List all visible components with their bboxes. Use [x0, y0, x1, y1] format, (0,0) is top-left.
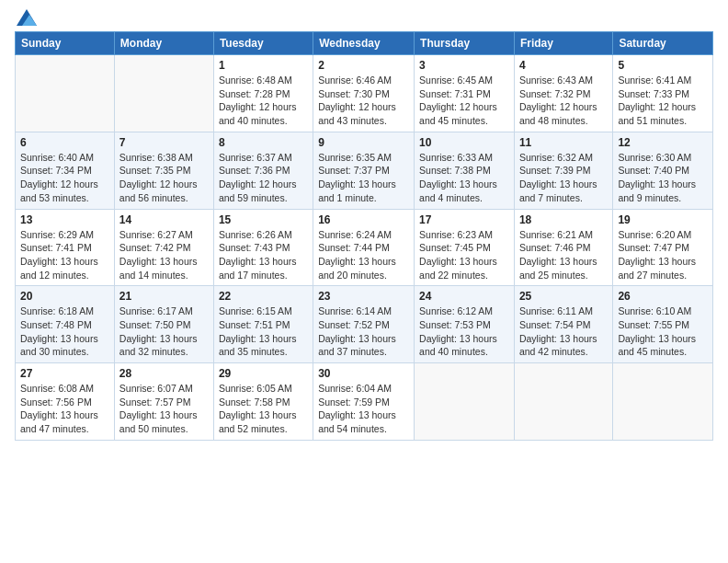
day-info: Sunrise: 6:24 AMSunset: 7:44 PMDaylight:…: [318, 228, 409, 282]
calendar-cell: 15Sunrise: 6:26 AMSunset: 7:43 PMDayligh…: [213, 209, 313, 286]
day-number: 26: [618, 290, 708, 303]
day-info: Sunrise: 6:29 AMSunset: 7:41 PMDaylight:…: [20, 228, 109, 282]
day-number: 27: [20, 367, 109, 380]
calendar-cell: 19Sunrise: 6:20 AMSunset: 7:47 PMDayligh…: [613, 209, 713, 286]
day-number: 8: [219, 136, 308, 149]
calendar-cell: 7Sunrise: 6:38 AMSunset: 7:35 PMDaylight…: [114, 132, 213, 209]
header-monday: Monday: [114, 32, 213, 55]
calendar-cell: 8Sunrise: 6:37 AMSunset: 7:36 PMDaylight…: [213, 132, 313, 209]
week-row-5: 27Sunrise: 6:08 AMSunset: 7:56 PMDayligh…: [16, 363, 713, 441]
day-number: 20: [20, 290, 109, 303]
day-number: 17: [419, 213, 509, 226]
day-info: Sunrise: 6:18 AMSunset: 7:48 PMDaylight:…: [20, 304, 109, 359]
calendar-cell: 29Sunrise: 6:05 AMSunset: 7:58 PMDayligh…: [213, 363, 313, 441]
calendar-cell: [415, 363, 515, 441]
calendar-cell: 30Sunrise: 6:04 AMSunset: 7:59 PMDayligh…: [313, 363, 415, 441]
calendar-cell: 10Sunrise: 6:33 AMSunset: 7:38 PMDayligh…: [415, 132, 515, 209]
calendar-cell: [514, 363, 612, 441]
calendar-cell: 27Sunrise: 6:08 AMSunset: 7:56 PMDayligh…: [16, 363, 115, 441]
day-info: Sunrise: 6:40 AMSunset: 7:34 PMDaylight:…: [20, 151, 109, 205]
header-thursday: Thursday: [415, 32, 515, 55]
day-info: Sunrise: 6:26 AMSunset: 7:43 PMDaylight:…: [219, 228, 308, 282]
day-info: Sunrise: 6:27 AMSunset: 7:42 PMDaylight:…: [119, 228, 209, 282]
day-info: Sunrise: 6:33 AMSunset: 7:38 PMDaylight:…: [419, 151, 509, 205]
logo-icon: [17, 9, 37, 26]
calendar-cell: 22Sunrise: 6:15 AMSunset: 7:51 PMDayligh…: [213, 286, 313, 363]
day-info: Sunrise: 6:43 AMSunset: 7:32 PMDaylight:…: [519, 74, 608, 128]
week-row-3: 13Sunrise: 6:29 AMSunset: 7:41 PMDayligh…: [16, 209, 713, 286]
day-number: 25: [519, 290, 608, 303]
week-row-1: 1Sunrise: 6:48 AMSunset: 7:28 PMDaylight…: [16, 55, 713, 132]
calendar-cell: 4Sunrise: 6:43 AMSunset: 7:32 PMDaylight…: [514, 55, 612, 132]
week-row-2: 6Sunrise: 6:40 AMSunset: 7:34 PMDaylight…: [16, 132, 713, 209]
calendar-cell: 2Sunrise: 6:46 AMSunset: 7:30 PMDaylight…: [313, 55, 415, 132]
day-info: Sunrise: 6:48 AMSunset: 7:28 PMDaylight:…: [219, 74, 308, 128]
day-number: 1: [219, 59, 308, 72]
day-number: 23: [318, 290, 409, 303]
day-number: 22: [219, 290, 308, 303]
header: [15, 9, 713, 26]
calendar-cell: 3Sunrise: 6:45 AMSunset: 7:31 PMDaylight…: [415, 55, 515, 132]
day-number: 21: [119, 290, 209, 303]
day-number: 13: [20, 213, 109, 226]
header-tuesday: Tuesday: [213, 32, 313, 55]
day-info: Sunrise: 6:46 AMSunset: 7:30 PMDaylight:…: [318, 74, 409, 128]
week-row-4: 20Sunrise: 6:18 AMSunset: 7:48 PMDayligh…: [16, 286, 713, 363]
day-info: Sunrise: 6:14 AMSunset: 7:52 PMDaylight:…: [318, 304, 409, 359]
day-info: Sunrise: 6:04 AMSunset: 7:59 PMDaylight:…: [318, 382, 409, 436]
day-number: 30: [318, 367, 409, 380]
day-info: Sunrise: 6:05 AMSunset: 7:58 PMDaylight:…: [219, 382, 308, 436]
calendar-cell: 20Sunrise: 6:18 AMSunset: 7:48 PMDayligh…: [16, 286, 115, 363]
day-number: 6: [20, 136, 109, 149]
calendar-cell: 6Sunrise: 6:40 AMSunset: 7:34 PMDaylight…: [16, 132, 115, 209]
day-info: Sunrise: 6:23 AMSunset: 7:45 PMDaylight:…: [419, 228, 509, 282]
header-friday: Friday: [514, 32, 612, 55]
calendar-cell: 13Sunrise: 6:29 AMSunset: 7:41 PMDayligh…: [16, 209, 115, 286]
page: SundayMondayTuesdayWednesdayThursdayFrid…: [0, 0, 728, 450]
calendar-cell: 24Sunrise: 6:12 AMSunset: 7:53 PMDayligh…: [415, 286, 515, 363]
header-saturday: Saturday: [613, 32, 713, 55]
calendar-cell: 5Sunrise: 6:41 AMSunset: 7:33 PMDaylight…: [613, 55, 713, 132]
calendar-cell: 25Sunrise: 6:11 AMSunset: 7:54 PMDayligh…: [514, 286, 612, 363]
day-info: Sunrise: 6:41 AMSunset: 7:33 PMDaylight:…: [618, 74, 708, 128]
day-number: 11: [519, 136, 608, 149]
calendar-cell: 14Sunrise: 6:27 AMSunset: 7:42 PMDayligh…: [114, 209, 213, 286]
day-number: 19: [618, 213, 708, 226]
calendar-cell: 12Sunrise: 6:30 AMSunset: 7:40 PMDayligh…: [613, 132, 713, 209]
day-info: Sunrise: 6:12 AMSunset: 7:53 PMDaylight:…: [419, 304, 509, 359]
day-info: Sunrise: 6:10 AMSunset: 7:55 PMDaylight:…: [618, 304, 708, 359]
calendar-cell: 16Sunrise: 6:24 AMSunset: 7:44 PMDayligh…: [313, 209, 415, 286]
calendar-cell: 18Sunrise: 6:21 AMSunset: 7:46 PMDayligh…: [514, 209, 612, 286]
day-number: 28: [119, 367, 209, 380]
day-number: 3: [419, 59, 509, 72]
day-info: Sunrise: 6:21 AMSunset: 7:46 PMDaylight:…: [519, 228, 608, 282]
day-number: 18: [519, 213, 608, 226]
day-info: Sunrise: 6:37 AMSunset: 7:36 PMDaylight:…: [219, 151, 308, 205]
day-number: 7: [119, 136, 209, 149]
header-wednesday: Wednesday: [313, 32, 415, 55]
day-info: Sunrise: 6:30 AMSunset: 7:40 PMDaylight:…: [618, 151, 708, 205]
day-number: 15: [219, 213, 308, 226]
calendar-cell: 21Sunrise: 6:17 AMSunset: 7:50 PMDayligh…: [114, 286, 213, 363]
day-info: Sunrise: 6:38 AMSunset: 7:35 PMDaylight:…: [119, 151, 209, 205]
day-number: 4: [519, 59, 608, 72]
logo: [15, 9, 37, 26]
day-number: 29: [219, 367, 308, 380]
calendar-cell: [114, 55, 213, 132]
day-number: 16: [318, 213, 409, 226]
day-number: 10: [419, 136, 509, 149]
day-number: 24: [419, 290, 509, 303]
header-sunday: Sunday: [16, 32, 115, 55]
day-info: Sunrise: 6:17 AMSunset: 7:50 PMDaylight:…: [119, 304, 209, 359]
calendar-cell: [16, 55, 115, 132]
calendar-cell: 1Sunrise: 6:48 AMSunset: 7:28 PMDaylight…: [213, 55, 313, 132]
day-info: Sunrise: 6:08 AMSunset: 7:56 PMDaylight:…: [20, 382, 109, 436]
day-info: Sunrise: 6:35 AMSunset: 7:37 PMDaylight:…: [318, 151, 409, 205]
day-info: Sunrise: 6:15 AMSunset: 7:51 PMDaylight:…: [219, 304, 308, 359]
day-number: 2: [318, 59, 409, 72]
day-number: 12: [618, 136, 708, 149]
day-info: Sunrise: 6:07 AMSunset: 7:57 PMDaylight:…: [119, 382, 209, 436]
day-number: 14: [119, 213, 209, 226]
calendar-cell: 17Sunrise: 6:23 AMSunset: 7:45 PMDayligh…: [415, 209, 515, 286]
calendar-cell: 9Sunrise: 6:35 AMSunset: 7:37 PMDaylight…: [313, 132, 415, 209]
